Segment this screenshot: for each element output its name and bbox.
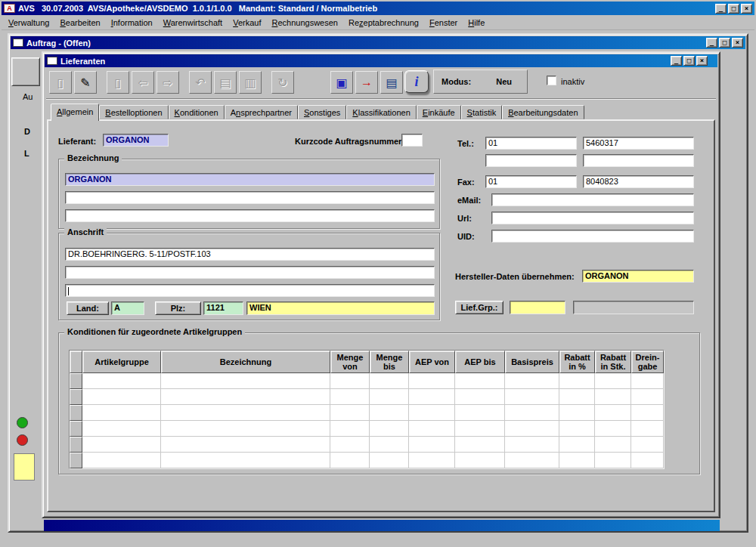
save-button[interactable]: ▣ bbox=[330, 71, 353, 94]
table-cell[interactable] bbox=[370, 421, 409, 437]
row-selector[interactable] bbox=[70, 437, 82, 453]
land-field[interactable]: A bbox=[111, 301, 144, 315]
table-cell[interactable] bbox=[455, 373, 505, 389]
menu-item-rechnungswesen[interactable]: Rechnungswesen bbox=[266, 16, 342, 29]
table-cell[interactable] bbox=[82, 373, 161, 389]
table-cell[interactable] bbox=[595, 437, 631, 453]
table-cell[interactable] bbox=[595, 373, 631, 389]
row-selector[interactable] bbox=[70, 389, 82, 405]
table-cell[interactable] bbox=[559, 389, 595, 405]
dialog-close-button[interactable]: × bbox=[696, 56, 708, 66]
auftrag-toolbar-button[interactable] bbox=[11, 57, 40, 86]
table-cell[interactable] bbox=[82, 453, 161, 468]
menu-item-verkauf[interactable]: Verkauf bbox=[228, 16, 266, 29]
table-cell[interactable] bbox=[161, 437, 330, 453]
table-cell[interactable] bbox=[559, 453, 595, 468]
menu-item-rezeptabrechnung[interactable]: Rezeptabrechnung bbox=[343, 16, 424, 29]
table-cell[interactable] bbox=[409, 437, 455, 453]
next-record-button[interactable]: ⇨ bbox=[156, 71, 179, 94]
table-cell[interactable] bbox=[161, 389, 330, 405]
tab-bearbeitungsdaten[interactable]: Bearbeitungsdaten bbox=[502, 105, 584, 119]
table-cell[interactable] bbox=[595, 421, 631, 437]
anschrift-field-3[interactable] bbox=[65, 284, 435, 297]
table-cell[interactable] bbox=[455, 421, 505, 437]
undo-button[interactable]: ↶ bbox=[189, 71, 212, 94]
table-cell[interactable] bbox=[409, 389, 455, 405]
tel-field-2[interactable]: 5460317 bbox=[583, 137, 694, 150]
previous-record-button[interactable]: ⇦ bbox=[132, 71, 154, 94]
liefgrp-field-1[interactable] bbox=[510, 301, 565, 314]
plz-field[interactable]: 1121 bbox=[203, 301, 243, 315]
table-cell[interactable] bbox=[631, 453, 664, 468]
fax-field-2[interactable]: 8040823 bbox=[583, 175, 694, 188]
table-cell[interactable] bbox=[330, 437, 370, 453]
url-field[interactable] bbox=[491, 212, 694, 224]
table-cell[interactable] bbox=[161, 405, 330, 421]
tab-allgemein[interactable]: Allgemein bbox=[51, 104, 99, 121]
table-cell[interactable] bbox=[631, 437, 664, 453]
main-maximize-button[interactable]: □ bbox=[728, 4, 739, 14]
auftrag-minimize-button[interactable]: _ bbox=[706, 38, 717, 48]
table-cell[interactable] bbox=[595, 453, 631, 468]
inaktiv-checkbox[interactable] bbox=[547, 76, 556, 85]
red-status-icon[interactable] bbox=[17, 434, 28, 446]
table-cell[interactable] bbox=[631, 373, 664, 389]
tab-klassifikationen[interactable]: Klassifikationen bbox=[346, 105, 416, 119]
copy-record-button[interactable]: ▯ bbox=[107, 71, 129, 94]
row-selector[interactable] bbox=[70, 373, 82, 389]
email-field[interactable] bbox=[491, 193, 694, 206]
plz-button[interactable]: Plz: bbox=[155, 301, 201, 315]
menu-item-bearbeiten[interactable]: Bearbeiten bbox=[54, 16, 105, 29]
bezeichnung-field-3[interactable] bbox=[65, 209, 435, 222]
table-cell[interactable] bbox=[409, 421, 455, 437]
table-cell[interactable] bbox=[330, 453, 370, 468]
bezeichnung-field-2[interactable] bbox=[65, 191, 435, 204]
table-cell[interactable] bbox=[161, 453, 330, 468]
anschrift-field-1[interactable]: DR.BOEHRINGERG. 5-11/POSTF.103 bbox=[65, 248, 435, 261]
menu-item-fenster[interactable]: Fenster bbox=[424, 16, 463, 29]
table-cell[interactable] bbox=[505, 373, 559, 389]
row-selector[interactable] bbox=[70, 421, 82, 437]
table-cell[interactable] bbox=[82, 405, 161, 421]
new-record-button[interactable]: ▯ bbox=[49, 71, 72, 94]
tel2-field-2[interactable] bbox=[583, 154, 694, 167]
table-cell[interactable] bbox=[455, 389, 505, 405]
table-cell[interactable] bbox=[409, 373, 455, 389]
tel2-field-1[interactable] bbox=[485, 154, 577, 167]
folder-list-button[interactable]: ▥ bbox=[239, 71, 262, 94]
table-cell[interactable] bbox=[559, 405, 595, 421]
exit-button[interactable]: → bbox=[355, 71, 378, 94]
table-cell[interactable] bbox=[595, 389, 631, 405]
table-cell[interactable] bbox=[559, 373, 595, 389]
table-cell[interactable] bbox=[370, 373, 409, 389]
table-cell[interactable] bbox=[631, 421, 664, 437]
tab-konditionen[interactable]: Konditionen bbox=[169, 105, 225, 119]
table-cell[interactable] bbox=[370, 389, 409, 405]
table-cell[interactable] bbox=[330, 405, 370, 421]
table-cell[interactable] bbox=[82, 389, 161, 405]
tab-statistik[interactable]: Statistik bbox=[461, 105, 503, 119]
table-cell[interactable] bbox=[455, 437, 505, 453]
table-cell[interactable] bbox=[161, 421, 330, 437]
auftrag-maximize-button[interactable]: □ bbox=[719, 38, 730, 48]
tab-ansprechpartner[interactable]: Ansprechpartner bbox=[225, 105, 298, 119]
table-cell[interactable] bbox=[82, 421, 161, 437]
table-cell[interactable] bbox=[559, 421, 595, 437]
report-button[interactable]: ▤ bbox=[380, 71, 403, 94]
row-selector[interactable] bbox=[70, 453, 82, 468]
table-cell[interactable] bbox=[409, 405, 455, 421]
auftrag-close-button[interactable]: × bbox=[732, 38, 743, 48]
table-cell[interactable] bbox=[370, 437, 409, 453]
menu-item-information[interactable]: Information bbox=[106, 16, 158, 29]
main-close-button[interactable]: × bbox=[741, 4, 752, 14]
bezeichnung-field-1[interactable]: ORGANON bbox=[65, 173, 435, 186]
table-cell[interactable] bbox=[505, 389, 559, 405]
liefgrp-button[interactable]: Lief.Grp.: bbox=[455, 301, 503, 314]
lieferant-field[interactable]: ORGANON bbox=[103, 134, 169, 147]
green-status-icon[interactable] bbox=[17, 417, 28, 428]
table-cell[interactable] bbox=[505, 453, 559, 468]
table-cell[interactable] bbox=[505, 405, 559, 421]
refresh-button[interactable]: ↻ bbox=[271, 71, 294, 94]
table-cell[interactable] bbox=[330, 373, 370, 389]
menu-item-hilfe[interactable]: Hilfe bbox=[463, 16, 490, 29]
